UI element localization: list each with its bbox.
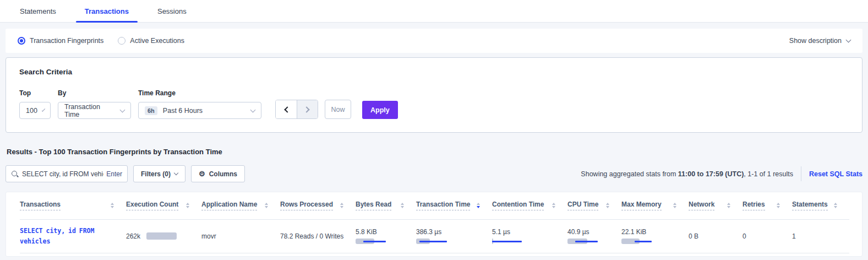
column-header-execution_count[interactable]: Execution Count [126,192,201,219]
stats-suffix: , 1-1 of 1 results [744,170,793,178]
transaction-fingerprint-link[interactable]: SELECT city, id FROM vehicles [20,226,114,247]
stats-time-range: 11:00 to 17:59 (UTC) [678,170,744,178]
sort-icon[interactable] [401,203,404,208]
cell-value: 0 B [689,232,698,240]
cell-cpu_time: 40.9 µs [567,219,621,253]
filters-button[interactable]: Filters (0) [133,165,185,182]
column-label: Contention Time [492,201,544,210]
page-content: Transaction Fingerprints Active Executio… [0,29,868,257]
now-button[interactable]: Now [325,100,351,119]
column-header-contention_time[interactable]: Contention Time [492,192,567,219]
sort-icon[interactable] [673,203,676,208]
sort-icon[interactable] [477,203,480,208]
column-header-max_memory[interactable]: Max Memory [621,192,689,219]
time-range-badge: 6h [145,106,157,115]
top-label: Top [19,89,51,97]
radio-label-active-executions: Active Executions [130,37,184,45]
metric-bar [567,239,598,244]
sort-icon[interactable] [111,203,114,208]
column-label: Application Name [201,201,257,210]
cell-value: 5.8 KiB [356,228,408,236]
cell-transaction: SELECT city, id FROM vehicles [20,219,126,253]
cell-rows_processed: 78.2 Reads / 0 Writes [280,219,356,253]
view-mode-card: Transaction Fingerprints Active Executio… [6,29,862,53]
sort-icon[interactable] [186,203,189,208]
metric-bar [621,239,652,244]
chevron-right-icon [303,106,309,112]
search-input-container: Enter [6,165,128,182]
column-label: Rows Processed [280,201,333,210]
results-table-body: SELECT city, id FROM vehicles262kmovr78.… [20,219,849,253]
top-field: Top 100 [19,89,51,119]
column-header-statements[interactable]: Statements [792,192,849,219]
chevron-down-icon [174,171,178,175]
time-range-label: Time Range [138,89,261,97]
gear-icon: ⚙ [199,170,205,177]
tab-transactions[interactable]: Transactions [78,0,135,22]
next-time-range-button[interactable] [297,100,318,118]
filters-label: Filters (0) [141,170,171,178]
top-select[interactable]: 100 [19,102,51,119]
show-description-toggle[interactable]: Show description [789,37,850,45]
chevron-left-icon [284,106,290,112]
chevron-down-icon [120,107,125,112]
column-label: Execution Count [126,201,178,210]
search-input[interactable] [22,170,103,178]
cell-value: 0 [743,232,746,240]
reset-sql-stats-link[interactable]: Reset SQL Stats [809,170,862,178]
vertical-divider [801,166,801,181]
cell-transaction_time: 386.3 µs [416,219,492,253]
column-header-application_name[interactable]: Application Name [201,192,280,219]
by-select[interactable]: Transaction Time [58,102,131,119]
sort-icon[interactable] [265,203,268,208]
cell-value: 262k [126,232,140,240]
chevron-down-icon [42,108,45,111]
chevron-down-icon [846,37,851,43]
metric-bar [356,239,386,244]
tab-statements[interactable]: Statements [13,0,63,22]
radio-selected-icon [18,37,25,45]
columns-button[interactable]: ⚙ Columns [191,165,245,182]
cell-value: 78.2 Reads / 0 Writes [280,232,343,240]
radio-unselected-icon [118,37,125,45]
by-label: By [58,89,131,97]
results-toolbar: Enter Filters (0) ⚙ Columns Showing aggr… [6,165,862,182]
column-header-transaction_time[interactable]: Transaction Time [416,192,492,219]
cell-max_memory: 22.1 KiB [621,219,689,253]
radio-transaction-fingerprints[interactable]: Transaction Fingerprints [18,37,103,45]
cell-execution_count: 262k [126,219,201,253]
execution-count-bar [146,232,177,240]
sort-icon[interactable] [834,203,837,208]
results-table-head: TransactionsExecution CountApplication N… [20,192,849,219]
column-header-network[interactable]: Network [689,192,743,219]
sort-icon[interactable] [606,203,609,208]
previous-time-range-button[interactable] [276,100,297,118]
tab-sessions[interactable]: Sessions [151,0,193,22]
show-description-label: Show description [789,37,842,45]
sort-icon[interactable] [552,203,555,208]
column-header-rows_processed[interactable]: Rows Processed [280,192,356,219]
search-criteria-panel: Search Criteria Top 100 By Transaction T… [6,57,862,133]
time-range-select[interactable]: 6h Past 6 Hours [138,102,261,119]
apply-button[interactable]: Apply [362,101,398,119]
cell-value: movr [201,232,216,240]
sort-icon[interactable] [727,203,730,208]
header-row: TransactionsExecution CountApplication N… [20,192,849,219]
cell-value: 40.9 µs [567,228,614,236]
search-enter-hint: Enter [103,170,122,178]
page-tab-bar: Statements Transactions Sessions [0,0,868,23]
cell-contention_time: 5.1 µs [492,219,567,253]
column-header-transaction[interactable]: Transactions [20,192,126,219]
column-header-retries[interactable]: Retries [743,192,792,219]
by-select-value: Transaction Time [64,103,115,118]
chevron-down-icon [250,107,256,112]
column-header-cpu_time[interactable]: CPU Time [567,192,621,219]
sort-icon[interactable] [777,203,780,208]
results-heading: Results - Top 100 Transaction Fingerprin… [7,148,861,156]
cell-value: 386.3 µs [416,228,484,236]
sort-icon[interactable] [340,203,343,208]
radio-label-transaction-fingerprints: Transaction Fingerprints [30,37,103,45]
column-label: Transaction Time [416,201,470,210]
column-header-bytes_read[interactable]: Bytes Read [356,192,416,219]
radio-active-executions[interactable]: Active Executions [118,37,184,45]
